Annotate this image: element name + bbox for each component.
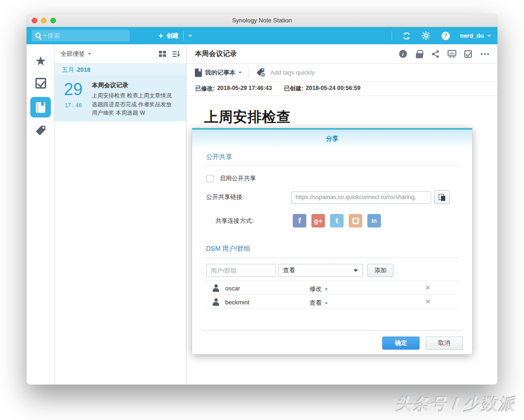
dsm-section-title: DSM 用户/群组: [206, 240, 458, 258]
google-plus-icon[interactable]: g+: [311, 214, 325, 227]
grid-view-icon[interactable]: [159, 51, 166, 57]
meta-divider: [248, 67, 249, 78]
screen: Synology Note Station + 创建: [0, 0, 524, 420]
plurk-icon[interactable]: [349, 214, 362, 227]
permission-caret-icon: [325, 303, 328, 304]
user-menu-caret-icon: [487, 35, 491, 37]
sidebar-item-tags[interactable]: [27, 124, 55, 137]
todo-checkbox-icon: [35, 78, 46, 89]
facebook-icon[interactable]: f: [293, 214, 306, 227]
note-date-block: 29 17 : 46: [55, 81, 92, 117]
search-input[interactable]: [48, 32, 126, 39]
public-share-link-row: 公开共享链接:: [206, 190, 458, 204]
add-tags-field[interactable]: Add tags quickly: [256, 68, 315, 77]
create-button[interactable]: + 创建: [159, 32, 179, 40]
share-dialog-body: 公开共享 启用公开共享 公开共享链接:: [192, 148, 472, 356]
plus-icon: +: [159, 32, 163, 40]
note-list-item-selected[interactable]: 29 17 : 46 本周会议记录 上周安排检查 检查上周文章情况 选题跟进是否…: [55, 76, 186, 121]
notebook-caret-icon: [239, 72, 241, 73]
note-item-title: 本周会议记录: [92, 81, 179, 90]
note-list-header: 全部便签: [55, 44, 186, 63]
remove-user-icon[interactable]: ×: [425, 296, 430, 307]
add-user-button[interactable]: 添加: [367, 264, 393, 277]
star-icon: ★: [35, 55, 46, 68]
user-permission-dropdown[interactable]: 查看: [310, 299, 328, 307]
modified-timestamp: 已修改:2018-05-29 17:46:43: [195, 85, 272, 93]
info-icon[interactable]: [398, 49, 407, 59]
dsm-user-list: oscar 修改 × beckmint: [206, 281, 458, 309]
select-caret-icon: [353, 269, 358, 272]
toolbar-divider: [392, 31, 392, 41]
search-options-caret-icon[interactable]: [43, 35, 46, 36]
enable-public-share-label: 启用公开共享: [220, 174, 256, 183]
user-row: beckmint 查看 ×: [206, 295, 458, 309]
notebook-selector[interactable]: 我的记事本: [195, 69, 241, 77]
note-list-filter-caret-icon[interactable]: [88, 53, 91, 55]
note-list-filter[interactable]: 全部便签: [61, 50, 85, 58]
note-view-pane: 本周会议记录: [186, 44, 497, 385]
todo-check-icon[interactable]: [463, 49, 473, 59]
sort-order-icon[interactable]: [172, 51, 180, 57]
search-icon: [35, 32, 42, 39]
toolbar-divider: [183, 31, 184, 41]
copy-icon: [439, 194, 446, 201]
more-actions-icon[interactable]: [480, 49, 489, 59]
created-timestamp: 已创建:2018-05-24 00:56:59: [284, 85, 360, 93]
cancel-button[interactable]: 取消: [426, 337, 463, 350]
share-icon[interactable]: [431, 49, 440, 59]
zoom-window-button[interactable]: [50, 18, 56, 23]
settings-gear-icon[interactable]: [421, 31, 431, 41]
username-label: nerd_du: [460, 32, 484, 39]
share-dialog-header: 分享: [192, 130, 472, 148]
twitter-icon[interactable]: t: [330, 214, 344, 227]
notebook-icon: [36, 102, 45, 113]
user-icon: [213, 284, 219, 292]
sidebar-item-starred[interactable]: ★: [27, 55, 55, 68]
note-item-preview: 上周安排检查 检查上周文章情况 选题跟进是否完成 作者奖品发放 用户抽奖 本周选…: [92, 91, 179, 117]
share-dialog-footer: 确定 取消: [201, 330, 463, 350]
enable-public-share-checkbox[interactable]: [206, 175, 214, 182]
sidebar-item-notebooks[interactable]: [27, 97, 55, 117]
social-buttons: f g+ t in: [293, 214, 381, 227]
remove-user-icon[interactable]: ×: [425, 282, 430, 293]
note-list-pane: 全部便签: [55, 44, 186, 385]
add-tag-icon: [256, 68, 266, 77]
app-body: ★: [27, 44, 497, 385]
user-permission-dropdown[interactable]: 修改: [310, 285, 328, 293]
tag-icon: [34, 124, 47, 137]
main-toolbar: + 创建: [27, 27, 497, 44]
copy-link-button[interactable]: [434, 190, 450, 204]
traffic-lights: [32, 18, 56, 23]
month-group-header: 五月 2018: [55, 63, 186, 76]
close-window-button[interactable]: [32, 18, 37, 23]
ok-button[interactable]: 确定: [382, 337, 420, 350]
linkedin-icon[interactable]: in: [367, 214, 381, 227]
note-time: 17 : 46: [55, 102, 92, 109]
note-list-view-controls: [159, 51, 180, 57]
user-icon: [213, 298, 219, 306]
presentation-icon[interactable]: [447, 49, 456, 59]
public-share-section-title: 公开共享: [206, 148, 458, 166]
help-icon[interactable]: [441, 31, 450, 41]
toolbar-right: nerd_du: [387, 31, 491, 41]
permission-caret-icon: [325, 289, 328, 290]
create-dropdown-caret-icon[interactable]: [188, 35, 192, 37]
user-group-input[interactable]: [206, 264, 276, 277]
sidebar-item-todo[interactable]: [27, 78, 55, 89]
add-tags-placeholder: Add tags quickly: [270, 69, 315, 76]
search-box[interactable]: [32, 30, 130, 41]
user-menu[interactable]: nerd_du: [460, 32, 491, 39]
app-window: Synology Note Station + 创建: [27, 14, 497, 385]
share-dialog-title: 分享: [326, 135, 338, 143]
notebook-icon: [195, 69, 202, 77]
watermark: 头条号 / 少数派: [396, 393, 516, 415]
minimize-window-button[interactable]: [41, 18, 47, 23]
titlebar: Synology Note Station: [27, 14, 497, 27]
note-view-header: 本周会议记录: [186, 44, 497, 64]
share-link-input[interactable]: [291, 191, 431, 204]
lock-icon[interactable]: [414, 49, 424, 59]
refresh-icon[interactable]: [402, 31, 411, 41]
note-meta-row: 我的记事本 Add tags quickly: [186, 64, 497, 82]
user-row: oscar 修改 ×: [206, 281, 458, 295]
permission-select[interactable]: 查看: [278, 264, 363, 277]
